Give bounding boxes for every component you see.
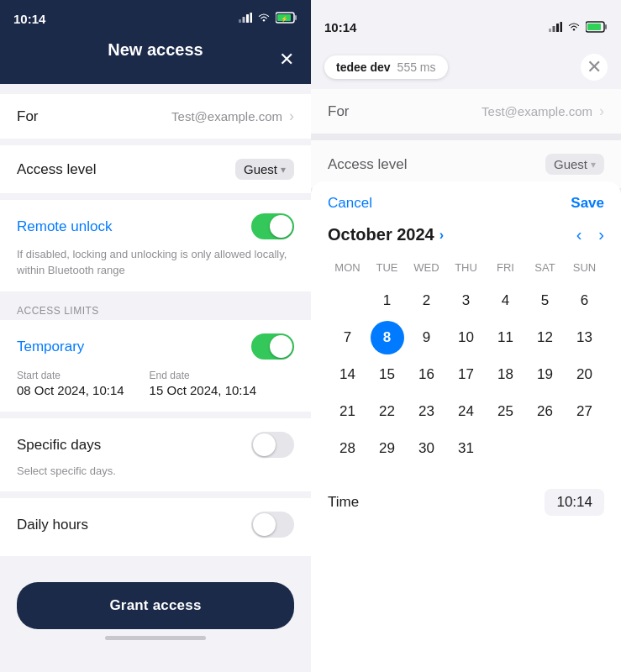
svg-rect-0 bbox=[239, 19, 241, 23]
grant-btn-container: Grant access bbox=[0, 569, 311, 672]
calendar-day-15[interactable]: 15 bbox=[371, 358, 404, 391]
weekday-mon: MON bbox=[328, 258, 367, 277]
right-for-right: Test@example.com › bbox=[482, 102, 604, 120]
right-close-button[interactable]: ✕ bbox=[581, 54, 608, 81]
calendar-day-2[interactable]: 2 bbox=[410, 284, 444, 318]
right-for-card: For Test@example.com › bbox=[311, 89, 621, 134]
end-date-col: End date 15 Oct 2024, 10:14 bbox=[150, 370, 257, 398]
right-topbar: tedee dev 555 ms ✕ bbox=[311, 50, 621, 89]
wifi-icon bbox=[257, 13, 271, 23]
daily-hours-toggle[interactable] bbox=[251, 512, 294, 538]
right-access-chevron-icon: ▾ bbox=[591, 159, 596, 171]
calendar-day-14[interactable]: 14 bbox=[331, 358, 365, 391]
right-battery-icon bbox=[586, 21, 608, 33]
toggle-thumb bbox=[270, 215, 292, 238]
left-close-button[interactable]: ✕ bbox=[279, 49, 294, 71]
calendar-day-1[interactable]: 1 bbox=[371, 284, 404, 318]
right-panel: 10:14 tedee dev 555 ms bbox=[311, 0, 621, 672]
left-status-icons: ⚡ bbox=[239, 12, 297, 24]
calendar-day-26[interactable]: 26 bbox=[529, 395, 562, 428]
calendar-day-11[interactable]: 11 bbox=[489, 321, 523, 354]
calendar-day-12[interactable]: 12 bbox=[529, 321, 562, 354]
calendar-cancel-button[interactable]: Cancel bbox=[328, 195, 372, 212]
calendar-day-19[interactable]: 19 bbox=[529, 358, 562, 391]
calendar-day-29[interactable]: 29 bbox=[371, 432, 404, 465]
remote-unlock-toggle[interactable] bbox=[251, 213, 294, 239]
svg-rect-1 bbox=[243, 17, 245, 23]
specific-days-toggle[interactable] bbox=[251, 432, 294, 458]
end-date-value: 15 Oct 2024, 10:14 bbox=[150, 383, 257, 397]
next-month-button[interactable]: › bbox=[598, 225, 604, 244]
calendar-day-6[interactable]: 6 bbox=[568, 284, 602, 318]
temporary-toggle[interactable] bbox=[251, 333, 294, 360]
calendar-day-3[interactable]: 3 bbox=[450, 284, 483, 318]
svg-rect-11 bbox=[556, 24, 559, 32]
calendar-day-16[interactable]: 16 bbox=[410, 358, 444, 391]
calendar-day-18[interactable]: 18 bbox=[489, 358, 523, 391]
calendar-day-25[interactable]: 25 bbox=[489, 395, 523, 428]
right-main: For Test@example.com › Access level Gues… bbox=[311, 89, 621, 672]
specific-days-top: Specific days bbox=[17, 432, 294, 458]
month-expand-icon[interactable]: › bbox=[439, 228, 444, 243]
svg-rect-2 bbox=[246, 14, 249, 23]
right-for-chevron-icon: › bbox=[599, 102, 604, 120]
weekday-header: MON TUE WED THU FRI SAT SUN bbox=[328, 258, 604, 277]
right-status-time: 10:14 bbox=[324, 20, 356, 34]
right-for-label: For bbox=[328, 103, 350, 120]
calendar-day-10[interactable]: 10 bbox=[450, 321, 483, 354]
calendar-day-30[interactable]: 30 bbox=[410, 432, 444, 465]
access-level-card[interactable]: Access level Guest ▾ bbox=[0, 145, 311, 193]
calendar-day-7[interactable]: 7 bbox=[331, 321, 365, 354]
calendar-empty-cell bbox=[529, 432, 562, 465]
calendar-empty-cell bbox=[331, 284, 365, 318]
calendar-day-20[interactable]: 20 bbox=[568, 358, 602, 391]
specific-days-label: Specific days bbox=[17, 437, 101, 454]
calendar-day-31[interactable]: 31 bbox=[450, 432, 483, 465]
nav-arrows: ‹ › bbox=[576, 225, 604, 244]
tedee-badge: tedee dev 555 ms bbox=[324, 55, 448, 79]
prev-month-button[interactable]: ‹ bbox=[576, 225, 582, 244]
calendar-empty-cell bbox=[568, 432, 602, 465]
for-card[interactable]: For Test@example.com › bbox=[0, 94, 311, 139]
calendar-day-21[interactable]: 21 bbox=[331, 395, 365, 428]
time-value[interactable]: 10:14 bbox=[545, 489, 604, 516]
toggle-thumb bbox=[253, 513, 276, 536]
calendar-day-22[interactable]: 22 bbox=[371, 395, 404, 428]
calendar-empty-cell bbox=[489, 432, 523, 465]
calendar-save-button[interactable]: Save bbox=[571, 195, 604, 212]
left-title: New access bbox=[108, 40, 203, 60]
right-wifi-icon bbox=[567, 22, 581, 32]
svg-rect-16 bbox=[605, 24, 607, 29]
month-nav: October 2024 › ‹ › bbox=[328, 225, 604, 244]
svg-text:⚡: ⚡ bbox=[281, 15, 288, 23]
svg-rect-3 bbox=[250, 13, 253, 23]
start-date-value: 08 Oct 2024, 10:14 bbox=[17, 383, 124, 397]
calendar-grid: 1234567891011121314151617181920212223242… bbox=[328, 284, 604, 465]
calendar-day-8[interactable]: 8 bbox=[371, 321, 404, 354]
calendar-day-4[interactable]: 4 bbox=[489, 284, 523, 318]
right-status-icons bbox=[549, 21, 608, 33]
calendar-day-17[interactable]: 17 bbox=[450, 358, 483, 391]
calendar-day-23[interactable]: 23 bbox=[410, 395, 444, 428]
tedee-name: tedee dev bbox=[336, 60, 391, 74]
calendar-day-24[interactable]: 24 bbox=[450, 395, 483, 428]
temporary-top: Temporary bbox=[17, 333, 294, 360]
right-access-level-label: Access level bbox=[328, 156, 407, 173]
grant-access-button[interactable]: Grant access bbox=[17, 582, 294, 629]
left-header: 10:14 ⚡ New access ✕ bbox=[0, 0, 311, 84]
access-limits-header: ACCESS LIMITS bbox=[0, 298, 311, 320]
calendar-day-27[interactable]: 27 bbox=[568, 395, 602, 428]
calendar-day-13[interactable]: 13 bbox=[568, 321, 602, 354]
svg-point-13 bbox=[573, 29, 575, 30]
calendar-day-9[interactable]: 9 bbox=[410, 321, 444, 354]
access-level-value: Guest bbox=[244, 162, 277, 176]
start-date-label: Start date bbox=[17, 370, 124, 381]
end-date-label: End date bbox=[150, 370, 257, 381]
calendar-day-28[interactable]: 28 bbox=[331, 432, 365, 465]
right-access-level-value: Guest bbox=[554, 157, 587, 171]
access-level-badge[interactable]: Guest ▾ bbox=[235, 159, 294, 180]
month-title-text: October 2024 bbox=[328, 225, 434, 244]
calendar-day-5[interactable]: 5 bbox=[529, 284, 562, 318]
access-level-chevron-icon: ▾ bbox=[281, 164, 286, 176]
svg-rect-10 bbox=[553, 26, 555, 32]
